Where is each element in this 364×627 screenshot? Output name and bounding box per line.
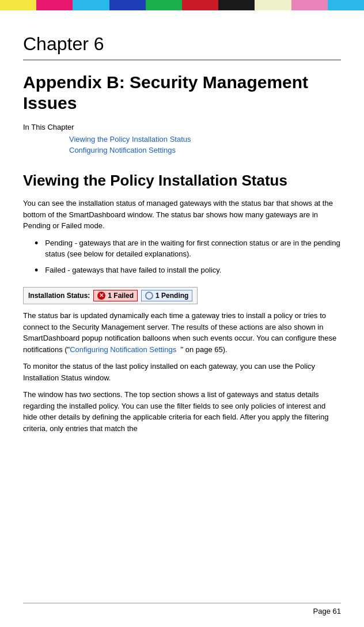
bullet-dot-1: •	[35, 237, 38, 250]
bullet-dot-2: •	[35, 265, 38, 277]
failed-count: 1 Failed	[108, 292, 134, 300]
red-x-icon: ✕	[97, 292, 105, 300]
after-status-paragraph-3: The window has two sections. The top sec…	[23, 389, 341, 434]
bullet-text-failed: Failed - gateways that have failed to in…	[45, 265, 221, 276]
pending-count: 1 Pending	[156, 292, 188, 300]
page-content: Chapter 6 Appendix B: Security Managemen…	[0, 10, 364, 463]
status-pending-badge: 1 Pending	[141, 290, 192, 301]
status-bar-image: Installation Status: ✕ 1 Failed 1 Pendin…	[23, 287, 198, 304]
after-status-paragraph-2: To monitor the status of the last policy…	[23, 361, 341, 383]
bullet-list: • Pending - gateways that are in the wai…	[23, 237, 341, 277]
toc-link-viewing[interactable]: Viewing the Policy Installation Status	[69, 135, 341, 143]
toc-link-configuring[interactable]: Configuring Notification Settings	[69, 146, 341, 154]
in-this-chapter-section: In This Chapter Viewing the Policy Insta…	[23, 123, 341, 154]
in-this-chapter-label: In This Chapter	[23, 123, 341, 131]
after-status-paragraph-1: The status bar is updated dynamically ea…	[23, 310, 341, 355]
page-number: Page 61	[313, 607, 341, 615]
appendix-title: Appendix B: Security Management Issues	[23, 72, 341, 114]
configuring-link[interactable]: Configuring Notification Settings	[70, 345, 176, 354]
section-viewing: Viewing the Policy Installation Status Y…	[23, 172, 341, 434]
chapter-heading: Chapter 6	[23, 33, 341, 61]
page-ref-65: 65	[214, 345, 222, 354]
clock-icon	[145, 292, 153, 300]
bullet-item-failed: • Failed - gateways that have failed to …	[23, 265, 341, 277]
status-bar-label: Installation Status:	[28, 292, 90, 300]
page-footer: Page 61	[23, 603, 341, 615]
section-title-viewing: Viewing the Policy Installation Status	[23, 172, 341, 190]
toc-links: Viewing the Policy Installation Status C…	[69, 135, 341, 154]
status-failed-badge: ✕ 1 Failed	[93, 290, 138, 301]
color-bar	[0, 0, 364, 10]
bullet-item-pending: • Pending - gateways that are in the wai…	[23, 237, 341, 260]
bullet-text-pending: Pending - gateways that are in the waiti…	[45, 237, 341, 260]
section-intro-paragraph: You can see the installation status of m…	[23, 198, 341, 232]
